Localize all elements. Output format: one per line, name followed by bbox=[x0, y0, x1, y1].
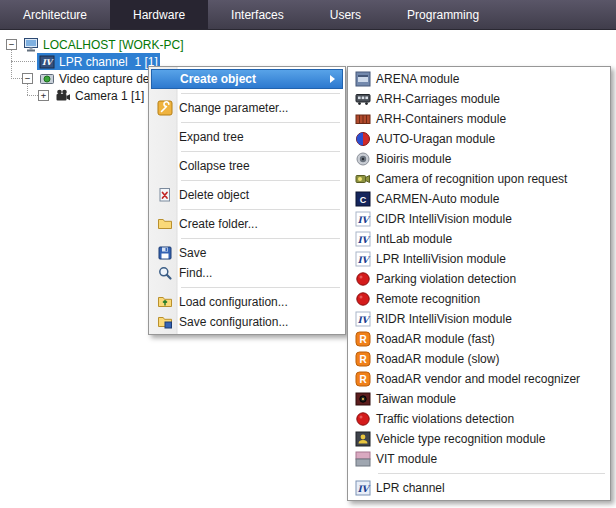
menu-item-roadar-module-fast[interactable]: RRoadAR module (fast) bbox=[350, 329, 608, 349]
menu-item-create-object[interactable]: Create object bbox=[151, 69, 343, 89]
svg-text:R: R bbox=[359, 374, 367, 385]
menu-item-label: Save bbox=[179, 246, 343, 260]
menu-item-label: ARH-Carriages module bbox=[376, 92, 608, 106]
application-window: ArchitectureHardwareInterfacesUsersProgr… bbox=[0, 0, 616, 30]
red-circle-icon bbox=[355, 291, 371, 307]
menu-item-save-configuration[interactable]: Save configuration... bbox=[151, 312, 343, 332]
menu-item-label: Collapse tree bbox=[179, 159, 343, 173]
menu-item-label: Create object bbox=[180, 72, 342, 86]
menu-item-icon-cell bbox=[151, 100, 179, 116]
menu-item-label: Change parameter... bbox=[179, 101, 343, 115]
menu-item-icon-cell bbox=[350, 431, 376, 447]
menu-item-roadar-vendor-and-model-recognizer[interactable]: RRoadAR vendor and model recognizer bbox=[350, 369, 608, 389]
menu-item-cidr-intellivision-module[interactable]: IVCIDR IntelliVision module bbox=[350, 209, 608, 229]
menu-item-icon-cell: R bbox=[350, 371, 376, 387]
menu-item-icon-cell: IV bbox=[350, 311, 376, 327]
nav-tab-users[interactable]: Users bbox=[307, 0, 384, 29]
menu-item-icon-cell: IV bbox=[350, 211, 376, 227]
nav-tab-interfaces[interactable]: Interfaces bbox=[208, 0, 307, 29]
roadar-icon: R bbox=[355, 351, 371, 367]
menu-item-label: Traffic violations detection bbox=[376, 412, 608, 426]
menu-item-delete-object[interactable]: Delete object bbox=[151, 185, 343, 205]
tree-item-content: Video capture dev bbox=[37, 70, 158, 87]
menu-item-icon-cell: R bbox=[350, 351, 376, 367]
menu-item-save[interactable]: Save bbox=[151, 243, 343, 263]
menu-item-icon-cell bbox=[151, 187, 179, 203]
menu-item-arh-carriages-module[interactable]: ARH-Carriages module bbox=[350, 89, 608, 109]
nav-tab-architecture[interactable]: Architecture bbox=[0, 0, 110, 29]
load-configuration-icon bbox=[157, 294, 173, 310]
svg-text:C: C bbox=[360, 195, 367, 205]
camera-recognition-icon bbox=[355, 171, 371, 187]
menu-item-label: LPR channel bbox=[376, 481, 608, 495]
menu-item-label: CIDR IntelliVision module bbox=[376, 212, 608, 226]
collapse-toggle-icon[interactable]: − bbox=[22, 73, 33, 84]
menu-separator bbox=[181, 287, 340, 288]
collapse-toggle-icon[interactable]: − bbox=[6, 39, 17, 50]
svg-text:R: R bbox=[359, 354, 367, 365]
intellivision-icon: IV bbox=[355, 211, 371, 227]
save-configuration-icon bbox=[157, 314, 173, 330]
menu-item-icon-cell: IV bbox=[350, 251, 376, 267]
intellivision-icon: IV bbox=[355, 251, 371, 267]
menu-item-icon-cell bbox=[350, 411, 376, 427]
menu-item-label: Taiwan module bbox=[376, 392, 608, 406]
menu-item-find[interactable]: Find... bbox=[151, 263, 343, 283]
menu-item-icon-cell: IV bbox=[350, 480, 376, 496]
menu-item-icon-cell bbox=[350, 91, 376, 107]
nav-tab-programming[interactable]: Programming bbox=[384, 0, 502, 29]
menu-item-taiwan-module[interactable]: Taiwan module bbox=[350, 389, 608, 409]
menu-item-traffic-violations-detection[interactable]: Traffic violations detection bbox=[350, 409, 608, 429]
menu-item-roadar-module-slow[interactable]: RRoadAR module (slow) bbox=[350, 349, 608, 369]
menu-item-load-configuration[interactable]: Load configuration... bbox=[151, 292, 343, 312]
menu-item-icon-cell bbox=[350, 291, 376, 307]
menu-item-label: ARENA module bbox=[376, 72, 608, 86]
menu-item-icon-cell bbox=[350, 151, 376, 167]
menu-item-icon-cell bbox=[151, 294, 179, 310]
menu-item-label: IntLab module bbox=[376, 232, 608, 246]
camera-icon bbox=[55, 88, 71, 104]
menu-item-label: Bioiris module bbox=[376, 152, 608, 166]
menu-item-icon-cell bbox=[350, 131, 376, 147]
menu-item-carmen-auto-module[interactable]: CCARMEN-Auto module bbox=[350, 189, 608, 209]
menu-item-icon-cell: IV bbox=[350, 231, 376, 247]
menu-item-remote-recognition[interactable]: Remote recognition bbox=[350, 289, 608, 309]
tree-row-localhost-work-pc[interactable]: −LOCALHOST [WORK-PC] bbox=[0, 36, 616, 53]
menu-item-icon-cell bbox=[350, 71, 376, 87]
menu-item-lpr-channel[interactable]: IVLPR channel bbox=[350, 478, 608, 498]
tree-item-content: Camera 1 [1] bbox=[53, 87, 146, 104]
menu-item-icon-cell: R bbox=[350, 331, 376, 347]
nav-tab-hardware[interactable]: Hardware bbox=[110, 0, 208, 29]
menu-item-create-folder[interactable]: Create folder... bbox=[151, 214, 343, 234]
expand-toggle-icon[interactable]: + bbox=[38, 90, 49, 101]
menu-item-label: RIDR IntelliVision module bbox=[376, 312, 608, 326]
change-parameter-icon bbox=[157, 100, 173, 116]
menu-item-auto-uragan-module[interactable]: AUTO-Uragan module bbox=[350, 129, 608, 149]
menu-item-arena-module[interactable]: ARENA module bbox=[350, 69, 608, 89]
menu-item-collapse-tree[interactable]: Collapse tree bbox=[151, 156, 343, 176]
menu-item-change-parameter[interactable]: Change parameter... bbox=[151, 98, 343, 118]
tree-item-content: LOCALHOST [WORK-PC] bbox=[21, 36, 185, 53]
menu-item-intlab-module[interactable]: IVIntLab module bbox=[350, 229, 608, 249]
roadar-icon: R bbox=[355, 371, 371, 387]
menu-item-arh-containers-module[interactable]: ARH-Containers module bbox=[350, 109, 608, 129]
svg-text:R: R bbox=[359, 334, 367, 345]
menu-item-lpr-intellivision-module[interactable]: IVLPR IntelliVision module bbox=[350, 249, 608, 269]
menu-item-parking-violation-detection[interactable]: Parking violation detection bbox=[350, 269, 608, 289]
menu-item-bioiris-module[interactable]: Bioiris module bbox=[350, 149, 608, 169]
menu-separator bbox=[181, 180, 340, 181]
create-object-submenu: ARENA moduleARH-Carriages moduleARH-Cont… bbox=[347, 66, 611, 501]
menu-item-ridr-intellivision-module[interactable]: IVRIDR IntelliVision module bbox=[350, 309, 608, 329]
delete-object-icon bbox=[157, 187, 173, 203]
menu-separator bbox=[181, 93, 340, 94]
menu-item-label: Vehicle type recognition module bbox=[376, 432, 608, 446]
menu-item-camera-of-recognition-upon-request[interactable]: Camera of recognition upon request bbox=[350, 169, 608, 189]
menu-item-label: RoadAR vendor and model recognizer bbox=[376, 372, 608, 386]
arena-module-icon bbox=[355, 71, 371, 87]
vehicle-type-icon bbox=[355, 431, 371, 447]
carmen-auto-icon: C bbox=[355, 191, 371, 207]
menu-item-vit-module[interactable]: VIT module bbox=[350, 449, 608, 469]
lpr-channel-icon: IV bbox=[39, 54, 55, 70]
menu-item-expand-tree[interactable]: Expand tree bbox=[151, 127, 343, 147]
menu-item-vehicle-type-recognition-module[interactable]: Vehicle type recognition module bbox=[350, 429, 608, 449]
